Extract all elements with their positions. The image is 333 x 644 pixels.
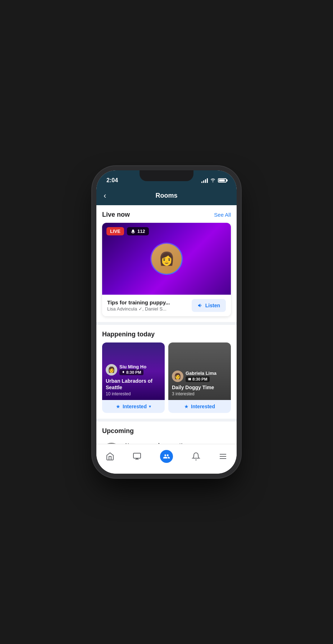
live-card-hosts: Lisa Advincula ✓, Daniel S...: [107, 306, 192, 312]
upcoming-header: Upcoming: [102, 427, 231, 435]
phone-frame: 2:04 ‹ Rooms: [96, 170, 237, 474]
event-card-2-bg: 👩 Gabriela Lima 8:30 PM Daily Doggy Tim: [168, 342, 231, 400]
svg-rect-0: [188, 378, 189, 380]
event-card-2-interest: 3 interested: [172, 391, 227, 396]
live-now-section: Live now See All LIVE 112: [96, 205, 237, 322]
interested-label-1: Interested: [123, 404, 147, 409]
status-time: 2:04: [106, 177, 118, 184]
event-card-1-host-name: Siu Ming Ho: [119, 364, 146, 370]
nav-item-watch[interactable]: [127, 450, 147, 463]
notch: [140, 170, 193, 181]
header: ‹ Rooms: [96, 188, 237, 205]
interested-label-2: Interested: [191, 404, 215, 409]
bottom-nav: [96, 444, 237, 474]
live-card-footer: Tips for training puppy... Lisa Advincul…: [102, 295, 231, 316]
people-icon: [163, 453, 170, 460]
nav-item-menu[interactable]: [213, 450, 233, 463]
back-button[interactable]: ‹: [104, 191, 106, 201]
live-badge: LIVE: [106, 227, 124, 235]
event-cards-row: 👩 Siu Ming Ho 8:30 PM Urban Labradors o: [102, 342, 231, 413]
live-video-preview: LIVE 112 👩: [102, 223, 231, 295]
event-card-1-host-info: Siu Ming Ho 8:30 PM: [119, 364, 146, 376]
host-avatar-inner: 👩: [151, 244, 182, 274]
host-avatar: 👩: [150, 243, 183, 275]
nav-item-notifications[interactable]: [186, 450, 206, 463]
menu-icon: [219, 452, 227, 461]
svg-rect-2: [133, 453, 141, 458]
event-card-2-time-badge: 8:30 PM: [186, 376, 210, 382]
nav-item-home[interactable]: [100, 450, 120, 463]
event-card-2[interactable]: 👩 Gabriela Lima 8:30 PM Daily Doggy Tim: [168, 342, 231, 413]
listen-button[interactable]: Listen: [192, 299, 226, 312]
phone-screen: 2:04 ‹ Rooms: [96, 170, 237, 474]
listen-label: Listen: [205, 303, 220, 308]
event-card-1-interested-button[interactable]: ★ Interested ▾: [102, 400, 165, 413]
battery-icon: [218, 178, 227, 183]
rooms-icon: [160, 450, 173, 463]
event-card-1-time-badge: 8:30 PM: [119, 369, 143, 375]
happening-today-header: Happening today: [102, 331, 231, 338]
live-card-info: Tips for training puppy... Lisa Advincul…: [107, 299, 192, 312]
star-icon-1: ★: [116, 404, 120, 409]
live-badges: LIVE 112: [106, 227, 149, 235]
event-card-2-interested-button[interactable]: ★ Interested: [168, 400, 231, 413]
event-card-1-host-avatar: 👩: [106, 364, 117, 376]
watch-icon: [133, 452, 141, 461]
upcoming-item[interactable]: 👩 New owners hang out! 6 interested FRI …: [102, 439, 231, 444]
home-icon: [106, 452, 114, 461]
live-card-title: Tips for training puppy...: [107, 299, 192, 305]
nav-item-rooms[interactable]: [154, 448, 179, 465]
happening-today-section: Happening today 👩 Siu Ming Ho: [96, 325, 237, 419]
event-card-2-title: Daily Doggy Time: [172, 384, 227, 391]
event-card-2-host-avatar: 👩: [172, 371, 183, 382]
live-now-header: Live now See All: [102, 211, 231, 218]
event-card-2-host-row: 👩 Gabriela Lima 8:30 PM: [172, 371, 227, 382]
page-title: Rooms: [155, 192, 177, 199]
star-icon-2: ★: [184, 404, 189, 409]
live-now-title: Live now: [102, 211, 130, 218]
event-card-2-host-info: Gabriela Lima 8:30 PM: [186, 371, 216, 382]
listener-count: 112: [137, 229, 145, 234]
live-card[interactable]: LIVE 112 👩: [102, 223, 231, 316]
happening-today-title: Happening today: [102, 331, 155, 338]
upcoming-title: Upcoming: [102, 427, 134, 435]
listener-count-badge: 112: [127, 227, 149, 235]
event-card-1-bg: 👩 Siu Ming Ho 8:30 PM Urban Labradors o: [102, 342, 165, 400]
event-card-2-host-name: Gabriela Lima: [186, 371, 216, 376]
event-card-1[interactable]: 👩 Siu Ming Ho 8:30 PM Urban Labradors o: [102, 342, 165, 413]
svg-rect-1: [189, 378, 191, 380]
signal-bars-icon: [201, 178, 208, 183]
event-card-1-interest: 10 interested: [106, 391, 161, 396]
content-area[interactable]: Live now See All LIVE 112: [96, 205, 237, 444]
status-icons: [201, 178, 227, 183]
chevron-down-icon-1: ▾: [149, 404, 151, 409]
upcoming-section: Upcoming 👩 New owners hang out! 6 intere…: [96, 422, 237, 444]
event-card-1-host-row: 👩 Siu Ming Ho 8:30 PM: [106, 364, 161, 376]
bell-icon: [192, 452, 200, 461]
wifi-icon: [210, 178, 216, 183]
see-all-button[interactable]: See All: [214, 212, 231, 218]
event-card-1-title: Urban Labradors of Seattle: [106, 378, 161, 391]
